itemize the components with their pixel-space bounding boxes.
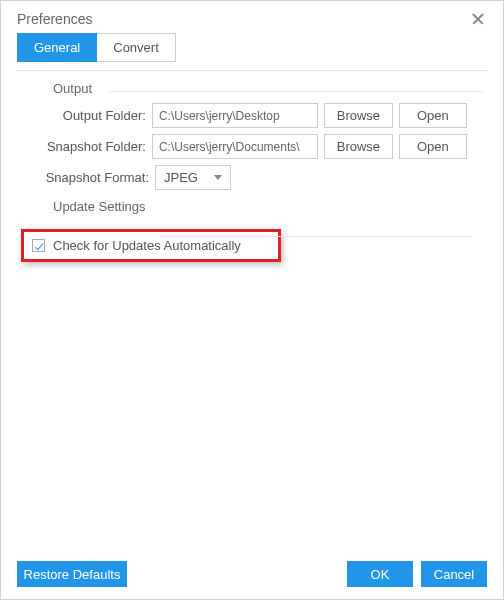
snapshot-format-label: Snapshot Format: <box>17 170 149 185</box>
dialog-header: Preferences <box>1 1 503 33</box>
restore-defaults-button[interactable]: Restore Defaults <box>17 561 127 587</box>
update-line <box>33 222 471 223</box>
tab-convert[interactable]: Convert <box>97 33 176 62</box>
dialog-footer: Restore Defaults OK Cancel <box>17 561 487 587</box>
tab-general[interactable]: General <box>17 33 97 62</box>
tabs: General Convert <box>1 33 503 62</box>
output-folder-row: Output Folder: Browse Open <box>17 100 487 131</box>
output-section-text: Output <box>53 81 92 96</box>
section-line <box>109 91 483 92</box>
snapshot-folder-label: Snapshot Folder: <box>17 139 146 154</box>
output-folder-input[interactable] <box>152 103 318 128</box>
ok-button[interactable]: OK <box>347 561 413 587</box>
output-folder-open-button[interactable]: Open <box>399 103 467 128</box>
auto-update-label: Check for Updates Automatically <box>53 238 241 253</box>
snapshot-folder-browse-button[interactable]: Browse <box>324 134 392 159</box>
update-section-text: Update Settings <box>53 199 146 214</box>
update-section: Update Settings <box>17 193 487 223</box>
snapshot-format-value: JPEG <box>164 170 198 185</box>
footer-right: OK Cancel <box>347 561 487 587</box>
auto-update-checkbox[interactable] <box>32 239 45 252</box>
snapshot-format-row: Snapshot Format: JPEG <box>17 162 487 193</box>
output-folder-browse-button[interactable]: Browse <box>324 103 392 128</box>
snapshot-format-select[interactable]: JPEG <box>155 165 231 190</box>
output-folder-label: Output Folder: <box>17 108 146 123</box>
dialog-title: Preferences <box>17 11 92 27</box>
chevron-down-icon <box>214 175 222 180</box>
cancel-button[interactable]: Cancel <box>421 561 487 587</box>
close-icon[interactable] <box>471 11 487 27</box>
output-section-label: Output <box>17 71 487 100</box>
update-section-label: Update Settings <box>17 193 487 214</box>
auto-update-highlight: Check for Updates Automatically <box>21 229 281 262</box>
snapshot-folder-open-button[interactable]: Open <box>399 134 467 159</box>
snapshot-folder-row: Snapshot Folder: Browse Open <box>17 131 487 162</box>
snapshot-folder-input[interactable] <box>152 134 318 159</box>
